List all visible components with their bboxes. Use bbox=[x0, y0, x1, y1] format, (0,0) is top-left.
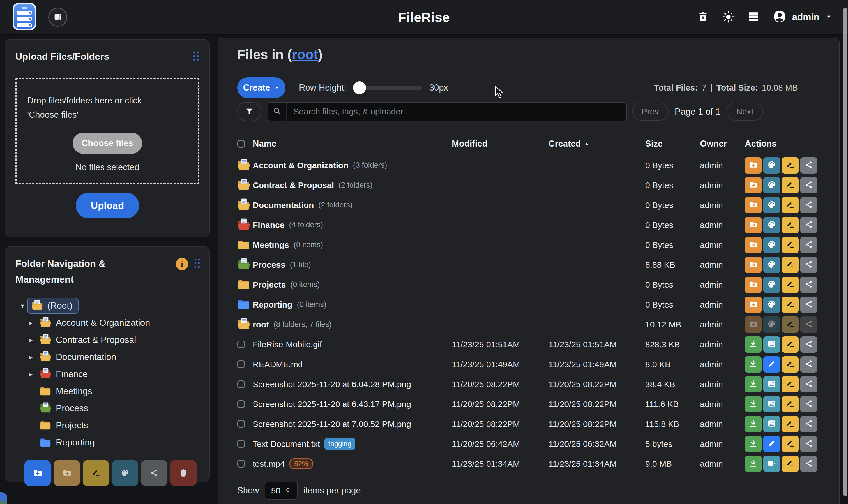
share-button[interactable] bbox=[800, 157, 817, 174]
tree-item[interactable]: ▸ Account & Organization bbox=[5, 314, 210, 331]
download-button[interactable] bbox=[745, 336, 762, 353]
tree-item[interactable]: Meetings bbox=[5, 383, 210, 400]
share-button[interactable] bbox=[800, 217, 817, 233]
rename-button[interactable] bbox=[782, 157, 799, 174]
preview-image-button[interactable] bbox=[763, 336, 780, 353]
preview-image-button[interactable] bbox=[763, 416, 780, 432]
sidebar-toggle-button[interactable] bbox=[48, 7, 67, 26]
tree-caret-icon[interactable]: ▸ bbox=[26, 353, 36, 361]
tree-caret-icon[interactable]: ▾ bbox=[18, 302, 27, 310]
tree-folder[interactable]: Meetings bbox=[36, 383, 99, 399]
folder-move-button[interactable] bbox=[745, 296, 762, 313]
tree-caret-icon[interactable]: ▸ bbox=[26, 370, 36, 378]
palette-button[interactable] bbox=[763, 197, 780, 213]
create-folder-button[interactable] bbox=[24, 460, 51, 486]
rename-button[interactable] bbox=[782, 456, 799, 472]
info-icon[interactable]: i bbox=[176, 258, 188, 270]
share-button[interactable] bbox=[800, 356, 817, 373]
theme-toggle-button[interactable] bbox=[722, 11, 735, 24]
share-button[interactable] bbox=[800, 197, 817, 213]
file-name[interactable]: test.mp4 bbox=[253, 459, 285, 469]
slider-thumb[interactable] bbox=[353, 81, 366, 94]
palette-button[interactable] bbox=[763, 217, 780, 233]
tree-folder[interactable]: Contract & Proposal bbox=[36, 332, 142, 348]
share-button[interactable] bbox=[800, 436, 817, 452]
tree-item[interactable]: Projects bbox=[5, 417, 210, 434]
folder-name[interactable]: root bbox=[253, 320, 269, 329]
download-button[interactable] bbox=[745, 456, 762, 472]
tree-folder[interactable]: Documentation bbox=[36, 349, 122, 365]
rename-button[interactable] bbox=[782, 396, 799, 412]
column-owner[interactable]: Owner bbox=[700, 139, 745, 149]
row-checkbox[interactable] bbox=[237, 420, 245, 428]
folder-move-button[interactable] bbox=[745, 237, 762, 253]
download-button[interactable] bbox=[745, 396, 762, 412]
palette-button[interactable] bbox=[763, 177, 780, 193]
tree-caret-icon[interactable]: ▸ bbox=[26, 319, 36, 327]
folder-name[interactable]: Reporting bbox=[253, 300, 293, 309]
tree-folder[interactable]: Account & Organization bbox=[36, 315, 156, 331]
drag-handle-icon[interactable] bbox=[192, 51, 200, 63]
share-button[interactable] bbox=[800, 277, 817, 293]
folder-name[interactable]: Finance bbox=[253, 220, 284, 230]
folder-name[interactable]: Meetings bbox=[253, 240, 289, 250]
tree-item[interactable]: ▸ Contract & Proposal bbox=[5, 331, 210, 348]
share-button[interactable] bbox=[800, 257, 817, 273]
preview-video-button[interactable] bbox=[763, 456, 780, 472]
row-checkbox[interactable] bbox=[237, 380, 245, 388]
search-input[interactable] bbox=[287, 103, 626, 121]
folder-name[interactable]: Contract & Proposal bbox=[253, 181, 334, 190]
rename-button[interactable] bbox=[782, 356, 799, 373]
column-modified[interactable]: Modified bbox=[452, 139, 548, 149]
select-all-checkbox[interactable] bbox=[237, 140, 245, 148]
row-checkbox[interactable] bbox=[237, 460, 245, 468]
upload-button[interactable]: Upload bbox=[76, 193, 139, 218]
tree-folder[interactable]: (Root) bbox=[27, 298, 78, 314]
rename-button[interactable] bbox=[782, 436, 799, 452]
palette-button[interactable] bbox=[763, 277, 780, 293]
app-logo-icon[interactable] bbox=[13, 3, 36, 30]
folder-move-button[interactable] bbox=[745, 257, 762, 273]
create-button[interactable]: Create bbox=[237, 77, 285, 98]
choose-files-button[interactable]: Choose files bbox=[73, 132, 142, 154]
prev-page-button[interactable]: Prev bbox=[632, 103, 669, 121]
share-button[interactable] bbox=[800, 416, 817, 432]
palette-button[interactable] bbox=[763, 257, 780, 273]
rename-button[interactable] bbox=[782, 217, 799, 233]
root-breadcrumb-link[interactable]: root bbox=[292, 47, 318, 62]
tree-folder[interactable]: Finance bbox=[36, 366, 94, 382]
file-name[interactable]: Screenshot 2025-11-20 at 7.00.52 PM.png bbox=[253, 419, 411, 429]
download-button[interactable] bbox=[745, 436, 762, 452]
tree-folder[interactable]: Projects bbox=[36, 417, 94, 433]
row-checkbox[interactable] bbox=[237, 360, 245, 368]
row-checkbox[interactable] bbox=[237, 400, 245, 408]
edit-button[interactable] bbox=[763, 436, 780, 452]
tree-item[interactable]: Process bbox=[5, 400, 210, 417]
user-menu[interactable]: admin bbox=[773, 10, 832, 25]
rename-button[interactable] bbox=[782, 177, 799, 193]
rename-folder-button[interactable] bbox=[83, 460, 109, 486]
preview-image-button[interactable] bbox=[763, 376, 780, 393]
row-checkbox[interactable] bbox=[237, 440, 245, 448]
tree-caret-icon[interactable]: ▸ bbox=[26, 336, 36, 344]
download-button[interactable] bbox=[745, 356, 762, 373]
palette-button[interactable] bbox=[763, 296, 780, 313]
share-button[interactable] bbox=[800, 396, 817, 412]
tree-folder[interactable]: Reporting bbox=[36, 434, 101, 450]
next-page-button[interactable]: Next bbox=[727, 103, 763, 121]
grid-view-button[interactable] bbox=[748, 11, 759, 23]
rename-button[interactable] bbox=[782, 197, 799, 213]
palette-button[interactable] bbox=[763, 237, 780, 253]
download-button[interactable] bbox=[745, 376, 762, 393]
share-button[interactable] bbox=[800, 177, 817, 193]
rename-button[interactable] bbox=[782, 296, 799, 313]
row-height-slider[interactable] bbox=[353, 86, 422, 90]
folder-name[interactable]: Documentation bbox=[253, 200, 314, 210]
folder-move-button[interactable] bbox=[745, 157, 762, 174]
download-button[interactable] bbox=[745, 416, 762, 432]
share-button[interactable] bbox=[800, 376, 817, 393]
rename-button[interactable] bbox=[782, 336, 799, 353]
column-size[interactable]: Size bbox=[645, 139, 700, 149]
share-button[interactable] bbox=[800, 456, 817, 472]
items-per-page-select[interactable]: 50 bbox=[265, 482, 298, 500]
